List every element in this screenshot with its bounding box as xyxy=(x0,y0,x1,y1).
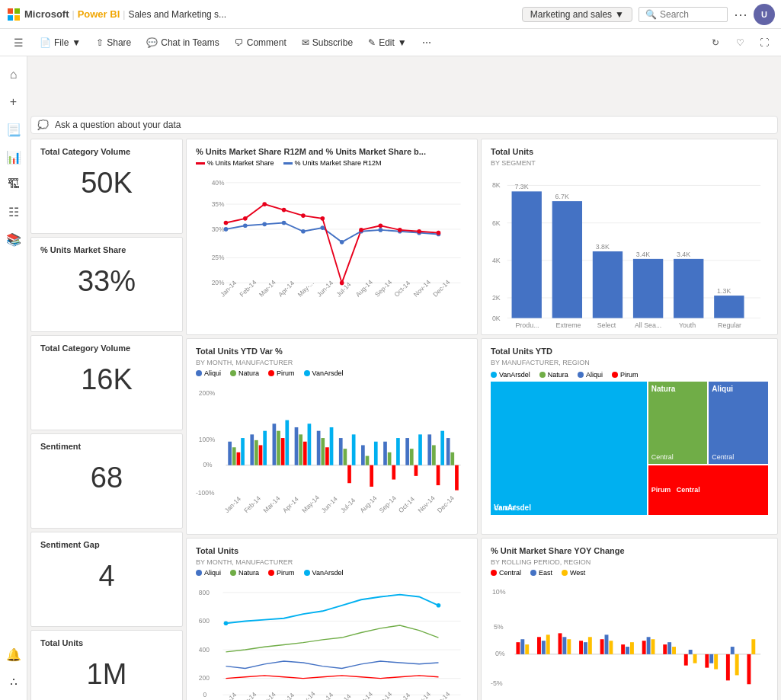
svg-text:1.3K: 1.3K xyxy=(717,287,731,295)
svg-rect-78 xyxy=(374,442,378,465)
card-sentiment: Sentiment 68 xyxy=(30,433,183,529)
svg-text:Aug-14: Aug-14 xyxy=(358,494,379,515)
svg-rect-194 xyxy=(726,654,730,680)
more-options-icon[interactable]: ⋯ xyxy=(734,6,747,23)
file-icon: 📄 xyxy=(40,37,51,48)
card-line-units: Total Units BY MONTH, MANUFACTURER Aliqu… xyxy=(186,538,478,700)
brand-name: Microsoft xyxy=(24,8,69,20)
fullscreen-icon[interactable]: ⛶ xyxy=(754,32,775,53)
svg-rect-91 xyxy=(447,438,450,465)
sidebar-browse-icon[interactable]: 📃 xyxy=(2,117,26,142)
sidebar: ⌂ + 📃 📊 🏗 ☷ 📚 🔔 ⛬ xyxy=(0,56,27,700)
qa-bar[interactable]: 💭 Ask a question about your data xyxy=(30,116,778,134)
legend-color-1 xyxy=(196,162,205,165)
svg-rect-183 xyxy=(647,637,651,654)
chat-button[interactable]: 💬 Chat in Teams xyxy=(140,34,225,51)
svg-text:-5%: -5% xyxy=(491,679,503,687)
share-icon: ⇧ xyxy=(96,37,104,48)
comment-button[interactable]: 🗩 Comment xyxy=(229,34,293,51)
svg-text:20%: 20% xyxy=(212,279,225,286)
svg-point-116 xyxy=(224,621,229,625)
legend-item-1: % Units Market Share xyxy=(196,159,274,167)
sidebar-data-icon[interactable]: 📊 xyxy=(2,145,26,169)
svg-rect-169 xyxy=(546,634,550,654)
svg-text:Oct-14: Oct-14 xyxy=(397,495,416,514)
sidebar-notification-icon[interactable]: 🔔 xyxy=(2,642,26,666)
svg-text:Jan-14: Jan-14 xyxy=(223,495,243,515)
svg-point-18 xyxy=(379,228,383,232)
chevron-down-icon: ▼ xyxy=(615,9,624,20)
svg-rect-70 xyxy=(330,427,334,465)
treemap-vanarsdel: VanArsdel Central xyxy=(491,382,647,515)
edit-button[interactable]: ✎ Edit ▼ xyxy=(362,34,413,51)
chart6-subtitle: BY ROLLING PERIOD, REGION xyxy=(491,558,768,566)
svg-point-30 xyxy=(379,223,383,228)
svg-rect-84 xyxy=(410,449,414,465)
bookmark-icon[interactable]: ♡ xyxy=(729,32,751,53)
svg-rect-89 xyxy=(437,465,440,485)
middle-column: % Units Market Share R12M and % Units Ma… xyxy=(186,139,478,700)
search-input[interactable] xyxy=(660,9,721,20)
svg-rect-66 xyxy=(308,424,312,465)
refresh-icon[interactable]: ↻ xyxy=(705,32,726,53)
chart3-subtitle: BY MONTH, MANUFACTURER xyxy=(196,359,468,366)
share-button[interactable]: ⇧ Share xyxy=(90,34,137,51)
sidebar-settings-icon[interactable]: ⛬ xyxy=(2,670,26,694)
svg-text:200%: 200% xyxy=(199,389,216,397)
card-total-units: Total Units 1M xyxy=(30,630,183,700)
sidebar-create-icon[interactable]: + xyxy=(2,90,26,114)
card-title-3: Total Category Volume xyxy=(40,344,173,353)
file-button[interactable]: 📄 File ▼ xyxy=(34,34,87,51)
svg-point-117 xyxy=(437,603,441,608)
svg-rect-173 xyxy=(579,641,583,654)
svg-point-23 xyxy=(243,216,248,221)
svg-point-11 xyxy=(243,223,248,228)
svg-rect-86 xyxy=(418,434,422,465)
svg-rect-170 xyxy=(559,633,562,654)
svg-text:800: 800 xyxy=(199,589,210,596)
chart5-subtitle: BY MONTH, MANUFACTURER xyxy=(196,558,468,566)
svg-rect-197 xyxy=(747,654,751,684)
svg-text:0%: 0% xyxy=(495,650,505,657)
svg-text:0K: 0K xyxy=(492,315,501,322)
svg-point-15 xyxy=(320,225,325,230)
svg-point-29 xyxy=(359,228,363,232)
card-title-6: Total Units xyxy=(40,638,173,647)
card-title-1: Total Category Volume xyxy=(40,147,173,156)
svg-text:Regular: Regular xyxy=(718,321,741,329)
svg-rect-83 xyxy=(405,438,409,465)
svg-rect-57 xyxy=(259,445,263,465)
sidebar-apps-icon[interactable]: ☷ xyxy=(2,200,26,224)
treemap-top-row: Natura Central Aliqui Central xyxy=(648,382,768,464)
svg-text:Sep-14: Sep-14 xyxy=(373,278,394,299)
svg-text:25%: 25% xyxy=(212,254,225,261)
more-button[interactable]: ⋯ xyxy=(416,34,437,51)
svg-text:Nov-14: Nov-14 xyxy=(412,278,433,299)
svg-text:40%: 40% xyxy=(212,179,225,187)
svg-text:Jul-14: Jul-14 xyxy=(339,497,357,515)
sidebar-home-icon[interactable]: ⌂ xyxy=(2,62,26,87)
card-total-category-2: Total Category Volume 16K xyxy=(30,335,183,430)
svg-rect-71 xyxy=(339,438,343,465)
report-title[interactable]: Marketing and sales ▼ xyxy=(522,7,632,22)
sidebar-goals-icon[interactable]: 🏗 xyxy=(2,172,26,197)
bar-ytd-svg: 200% 100% 0% -100% xyxy=(196,380,468,521)
action-bar-right: ↻ ♡ ⛶ xyxy=(705,32,775,53)
search-box[interactable]: 🔍 xyxy=(639,7,728,22)
chart4-subtitle: BY MANUFACTURER, REGION xyxy=(491,359,768,366)
right-column: Total Units BY SEGMENT 8K 6K 4K 2K 0K xyxy=(481,139,778,700)
svg-rect-85 xyxy=(415,465,418,476)
chevron-icon: ▼ xyxy=(398,37,407,48)
main-content: 💭 Ask a question about your data Total C… xyxy=(27,113,781,700)
card-value-1: 50K xyxy=(40,159,173,207)
nav-toggle-icon[interactable]: ☰ xyxy=(6,30,30,55)
svg-rect-187 xyxy=(672,647,676,654)
subscribe-button[interactable]: ✉ Subscribe xyxy=(296,34,359,51)
treemap-container: VanArsdel Central Natura Central Ali xyxy=(491,382,768,515)
svg-rect-54 xyxy=(241,438,245,465)
sidebar-learn-icon[interactable]: 📚 xyxy=(2,227,26,251)
action-bar: ☰ 📄 File ▼ ⇧ Share 💬 Chat in Teams 🗩 Com… xyxy=(0,29,781,56)
svg-text:10%: 10% xyxy=(492,588,506,596)
svg-rect-164 xyxy=(516,642,520,654)
svg-rect-92 xyxy=(450,452,454,465)
